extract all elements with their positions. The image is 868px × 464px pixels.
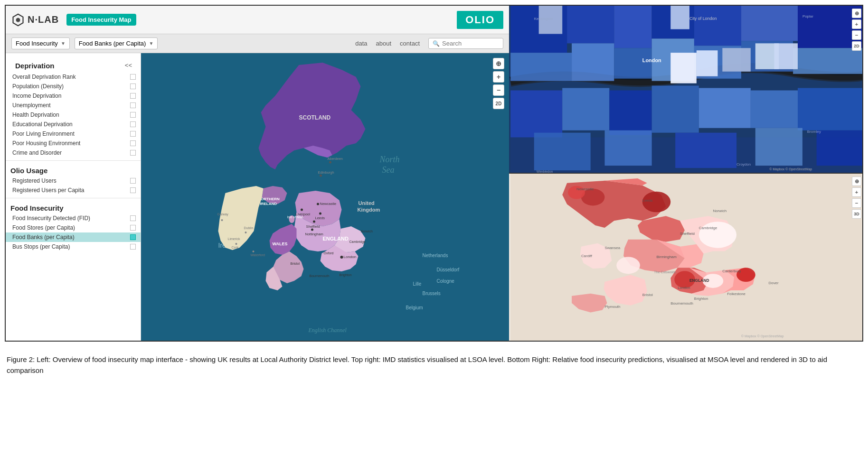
svg-point-21 — [245, 232, 247, 233]
svg-text:Dublin: Dublin — [244, 226, 254, 230]
nav-contact-link[interactable]: contact — [400, 40, 420, 47]
svg-text:London: London — [344, 255, 357, 259]
inset-bottom-3d-button[interactable]: 3D — [852, 209, 861, 219]
svg-rect-72 — [670, 53, 697, 83]
list-item[interactable]: Poor Living Environment — [6, 129, 141, 139]
nav-about-link[interactable]: about — [376, 40, 392, 47]
svg-point-19 — [301, 209, 303, 211]
checkbox-poor-housing[interactable] — [130, 140, 136, 146]
nlab-hex-icon: ⬡ — [11, 13, 25, 27]
inset-top-zoom-out-button[interactable]: − — [852, 30, 861, 40]
checkbox-registered-users[interactable] — [130, 178, 136, 184]
checkbox-poor-living[interactable] — [130, 131, 136, 137]
zoom-in-button[interactable]: + — [493, 71, 504, 83]
svg-text:© Mapbox © OpenStreetMap: © Mapbox © OpenStreetMap — [770, 167, 812, 171]
inset-bottom-zoom-in-button[interactable]: + — [852, 187, 861, 197]
north-sea-label2: Sea — [382, 165, 395, 175]
inset-bottom-zoom-out-button[interactable]: − — [852, 198, 861, 208]
svg-point-23 — [253, 251, 255, 252]
locate-button[interactable]: ⊕ — [493, 58, 504, 69]
header-bar: ⬡ N·LAB Food Insecurity Map OLIO — [6, 6, 509, 34]
svg-text:ENGLAND: ENGLAND — [689, 278, 709, 283]
inset-top-svg: City of London London Kensington Wimbled… — [509, 6, 863, 173]
svg-rect-69 — [675, 133, 736, 168]
svg-text:Folkestone: Folkestone — [727, 292, 745, 296]
toggle-2d-button[interactable]: 2D — [493, 98, 504, 109]
list-item[interactable]: Unemployment — [6, 101, 141, 110]
svg-text:Cork: Cork — [232, 246, 239, 249]
svg-text:Leeds: Leeds — [642, 198, 653, 203]
food-insecurity-dropdown[interactable]: Food Insecurity ▼ — [11, 37, 70, 49]
svg-text:Dover: Dover — [769, 281, 779, 285]
svg-rect-61 — [609, 90, 651, 135]
food-banks-dropdown[interactable]: Food Banks (per Capita) ▼ — [75, 37, 158, 49]
svg-rect-68 — [604, 130, 651, 166]
search-input[interactable] — [442, 40, 499, 47]
list-item[interactable]: Bus Stops (per Capita) — [6, 242, 141, 251]
uk-map-svg: North Sea Ireland Irish Sea Netherlands … — [141, 53, 509, 342]
inset-top-zoom-in-button[interactable]: + — [852, 19, 861, 29]
zoom-out-button[interactable]: − — [493, 84, 504, 96]
svg-rect-62 — [652, 86, 699, 133]
svg-text:Cambridge: Cambridge — [349, 240, 366, 244]
svg-text:London: London — [678, 286, 690, 290]
list-item[interactable]: Health Deprivation — [6, 110, 141, 120]
list-item[interactable]: Crime and Disorder — [6, 148, 141, 158]
inset-top-locate-button[interactable]: ⊕ — [852, 9, 861, 18]
list-item[interactable]: Income Deprivation — [6, 91, 141, 101]
list-item[interactable]: Food Stores (per Capita) — [6, 223, 141, 232]
list-item[interactable]: Registered Users per Capita — [6, 186, 141, 195]
svg-text:Cardiff: Cardiff — [581, 254, 593, 258]
logo-area: ⬡ N·LAB — [11, 13, 59, 27]
nav-data-link[interactable]: data — [355, 40, 367, 47]
checkbox-population-density[interactable] — [130, 84, 136, 89]
svg-rect-63 — [699, 88, 751, 128]
list-item[interactable]: Food Insecurity Detected (FID) — [6, 213, 141, 223]
svg-text:Oxford: Oxford — [324, 251, 334, 255]
nav-links: data about contact 🔍 — [355, 38, 503, 49]
checkbox-food-banks[interactable] — [130, 234, 136, 240]
list-item-active[interactable]: Food Banks (per Capita) — [6, 232, 141, 242]
svg-rect-42 — [567, 6, 614, 43]
main-map-area[interactable]: North Sea Ireland Irish Sea Netherlands … — [141, 53, 509, 342]
checkbox-crime-disorder[interactable] — [130, 150, 136, 156]
checkbox-registered-users-capita[interactable] — [130, 187, 136, 193]
list-item[interactable]: Poor Housing Environment — [6, 139, 141, 148]
search-box: 🔍 — [428, 38, 503, 49]
list-item[interactable]: Educational Deprivation — [6, 120, 141, 129]
nlab-logo-text: N·LAB — [28, 14, 59, 25]
svg-text:Limerick: Limerick — [228, 237, 241, 241]
inset-top-2d-button[interactable]: 2D — [852, 41, 861, 51]
svg-rect-43 — [614, 6, 651, 48]
svg-text:Brighton: Brighton — [694, 297, 708, 301]
svg-point-15 — [313, 221, 315, 223]
svg-rect-48 — [510, 53, 572, 81]
inset-bottom-locate-button[interactable]: ⊕ — [852, 176, 861, 186]
svg-rect-60 — [562, 88, 609, 130]
svg-text:WALES: WALES — [273, 241, 288, 246]
svg-text:London: London — [642, 57, 661, 63]
svg-text:Poplar: Poplar — [802, 14, 813, 19]
cologne-label: Cologne — [437, 278, 455, 284]
svg-rect-49 — [572, 43, 614, 81]
svg-text:City of London: City of London — [689, 16, 717, 21]
svg-point-90 — [616, 257, 640, 274]
checkbox-food-stores[interactable] — [130, 225, 136, 231]
checkbox-educational-deprivation[interactable] — [130, 121, 136, 127]
collapse-button[interactable]: << — [125, 62, 136, 69]
search-icon: 🔍 — [433, 40, 440, 47]
checkbox-fid[interactable] — [130, 215, 136, 221]
dropdown2-arrow-icon: ▼ — [149, 41, 153, 46]
list-item[interactable]: Registered Users — [6, 176, 141, 186]
checkbox-bus-stops[interactable] — [130, 244, 136, 250]
deprivation-title: Deprivation — [10, 59, 59, 71]
svg-point-9 — [340, 256, 343, 259]
checkbox-income-deprivation[interactable] — [130, 93, 136, 99]
list-item[interactable]: Population (Density) — [6, 82, 141, 91]
checkbox-unemployment[interactable] — [130, 102, 136, 108]
inset-bottom-controls: ⊕ + − 3D — [852, 176, 861, 219]
svg-text:Brighton: Brighton — [340, 273, 352, 277]
checkbox-health-deprivation[interactable] — [130, 112, 136, 118]
checkbox-overall-deprivation[interactable] — [130, 74, 136, 80]
list-item[interactable]: Overall Deprivation Rank — [6, 72, 141, 82]
